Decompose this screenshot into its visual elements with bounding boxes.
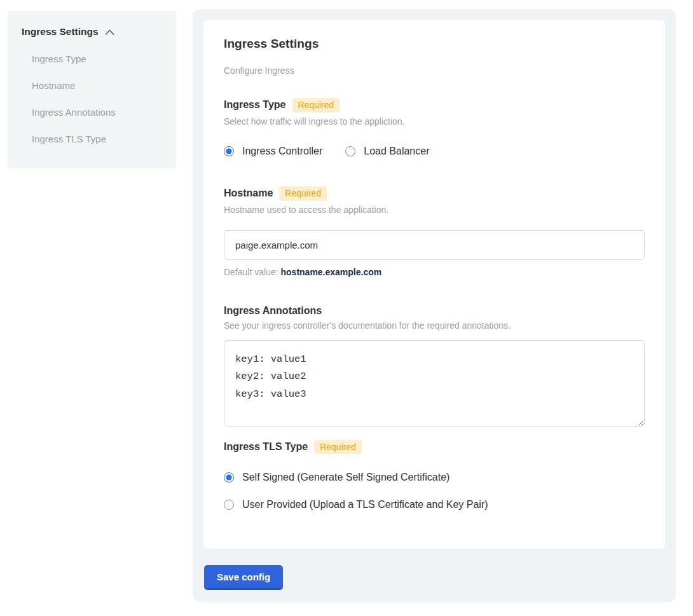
radio-unselected-icon[interactable] [345,146,355,156]
field-ingress-tls-type: Ingress TLS Type Required Self Signed (G… [224,440,645,511]
required-badge: Required [279,186,327,201]
page: Ingress Settings Ingress Type Hostname I… [0,0,693,616]
required-badge: Required [292,98,340,113]
ingress-type-radio-group: Ingress ControllerLoad Balancer [224,146,645,157]
hostname-help: Hostname used to access the application. [224,205,645,215]
ingress-annotations-help: See your ingress controller's documentat… [224,320,645,331]
ingress-type-label: Ingress Type [224,99,286,111]
save-config-button[interactable]: Save config [204,565,283,590]
field-ingress-type: Ingress Type Required Select how traffic… [224,98,645,157]
required-badge: Required [314,440,362,455]
radio-option-label: Ingress Controller [242,146,322,157]
radio-option-label: User Provided (Upload a TLS Certificate … [242,499,488,510]
radio-option[interactable]: Load Balancer [345,146,429,157]
hostname-default-line: Default value: hostname.example.com [224,267,645,277]
ingress-annotations-label: Ingress Annotations [224,305,322,317]
card-title: Ingress Settings [224,37,645,51]
field-ingress-annotations: Ingress Annotations See your ingress con… [224,305,645,427]
ingress-type-help: Select how traffic will ingress to the a… [224,116,645,127]
radio-unselected-icon[interactable] [224,500,234,510]
ingress-annotations-textarea[interactable]: key1: value1 key2: value2 key3: value3 [224,340,645,427]
radio-option-label: Self Signed (Generate Self Signed Certif… [242,472,449,483]
field-ingress-tls-type-header: Ingress TLS Type Required [224,440,645,455]
ingress-tls-radio-group: Self Signed (Generate Self Signed Certif… [224,472,645,510]
radio-selected-icon[interactable] [224,146,234,156]
hostname-label: Hostname [224,188,273,199]
field-ingress-type-header: Ingress Type Required [224,98,645,113]
chevron-up-icon[interactable] [104,28,115,36]
card-subtitle: Configure Ingress [224,65,645,76]
ingress-tls-type-label: Ingress TLS Type [224,441,308,453]
default-value: hostname.example.com [281,267,382,277]
hostname-input[interactable] [224,230,645,260]
default-value-prefix: Default value: [224,267,281,277]
sidebar-item-ingress-annotations[interactable]: Ingress Annotations [32,107,162,118]
radio-option-label: Load Balancer [364,146,429,157]
radio-option[interactable]: User Provided (Upload a TLS Certificate … [224,499,645,510]
field-hostname-header: Hostname Required [224,186,645,201]
sidebar-item-ingress-tls-type[interactable]: Ingress TLS Type [32,133,162,144]
sidebar-item-ingress-type[interactable]: Ingress Type [32,53,162,64]
field-ingress-annotations-header: Ingress Annotations [224,305,645,317]
sidebar-item-hostname[interactable]: Hostname [32,80,162,91]
config-card: Ingress Settings Configure Ingress Ingre… [203,20,665,549]
sidebar-group-title: Ingress Settings [22,26,99,38]
radio-option[interactable]: Self Signed (Generate Self Signed Certif… [224,472,645,483]
radio-selected-icon[interactable] [224,472,234,483]
radio-option[interactable]: Ingress Controller [224,146,322,157]
config-panel: Ingress Settings Configure Ingress Ingre… [193,9,676,602]
sidebar-group-ingress-settings[interactable]: Ingress Settings [22,26,162,38]
field-hostname: Hostname Required Hostname used to acces… [224,186,645,277]
sidebar: Ingress Settings Ingress Type Hostname I… [8,11,176,168]
sidebar-items: Ingress Type Hostname Ingress Annotation… [22,53,162,144]
